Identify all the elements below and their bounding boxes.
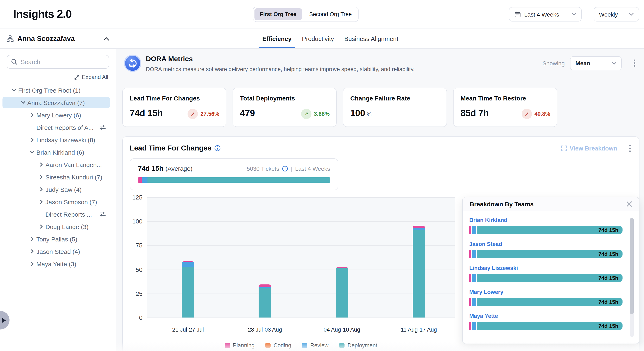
tab-productivity[interactable]: Productivity (302, 29, 334, 48)
legend-item-planning[interactable]: Planning (224, 342, 254, 348)
bar-segment-review (413, 228, 425, 230)
search-input[interactable] (21, 58, 104, 65)
tree-item-lindsay-liszewski-8[interactable]: Lindsay Liszewski (8) (0, 134, 116, 146)
info-icon[interactable] (214, 145, 220, 151)
filter-sliders-icon[interactable] (100, 211, 106, 217)
chevron-right-icon[interactable] (30, 261, 35, 266)
chevron-right-icon[interactable] (39, 199, 44, 204)
chevron-down-icon[interactable] (30, 150, 35, 155)
bar-segment-deployment (259, 288, 271, 317)
chart-legend: PlanningCodingReviewDeployment (147, 342, 455, 348)
bar-segment-planning (469, 274, 471, 282)
tab-efficiency[interactable]: Efficiency (262, 29, 292, 48)
tree-item-maya-yette-3[interactable]: Maya Yette (3) (0, 258, 116, 270)
tree-item-judy-saw-4[interactable]: Judy Saw (4) (0, 183, 116, 196)
sidebar-collapse-handle[interactable] (0, 311, 10, 329)
bar-segment-planning (469, 250, 471, 258)
tree-item-jason-simpson-7[interactable]: Jason Simpson (7) (0, 196, 116, 208)
average-summary-card: 74d 15h (Average) 5030 Tickets | Last 4 … (130, 158, 338, 190)
chevron-right-icon[interactable] (30, 236, 35, 241)
bar-segment-planning (469, 322, 471, 330)
trend-up-arrow-icon: ↗ (301, 109, 311, 119)
tree-item-anna-scozzafava-7[interactable]: Anna Scozzafava (7) (0, 96, 116, 109)
chevron-right-icon[interactable] (30, 137, 35, 142)
stacked-bar[interactable] (182, 261, 194, 317)
bar-segment-planning (469, 226, 471, 234)
tree-item-label: First Org Tree Root (1) (18, 87, 80, 94)
lead-time-menu-button[interactable] (626, 145, 634, 152)
team-phase-bar: 74d 15h (469, 274, 622, 282)
metric-delta-badge: ↗ 27.56% (188, 109, 219, 119)
metric-value: 479 (240, 108, 255, 119)
org-tree-toggle: First Org Tree Second Org Tree (253, 7, 359, 22)
chevron-down-icon[interactable] (12, 88, 16, 93)
tree-item-brian-kirkland-6[interactable]: Brian Kirkland (6) (0, 146, 116, 158)
filter-sliders-icon[interactable] (100, 124, 106, 130)
stacked-bar[interactable] (336, 267, 348, 317)
close-icon[interactable] (627, 201, 632, 207)
tree-item-doug-lange-3[interactable]: Doug Lange (3) (0, 220, 116, 233)
tree-item-tony-pallas-5[interactable]: Tony Pallas (5) (0, 233, 116, 245)
tab-business-alignment[interactable]: Business Alignment (344, 29, 398, 48)
toggle-second-org-tree[interactable]: Second Org Tree (304, 8, 357, 20)
breakdown-row-mary-lowery: Mary Lowery 74d 15h (469, 289, 622, 306)
team-name-link[interactable]: Mary Lowery (469, 289, 622, 295)
legend-item-review[interactable]: Review (302, 342, 328, 348)
expand-all-button[interactable]: Expand All (0, 74, 108, 80)
legend-item-coding[interactable]: Coding (265, 342, 291, 348)
metric-delta-value: 27.56% (200, 111, 219, 117)
expand-all-icon (74, 75, 79, 80)
toggle-divider (302, 9, 303, 20)
bar-segment-review (472, 250, 476, 258)
metric-card-mean-time-to-restore: Mean Time To Restore85d 7h ↗ 40.8% (453, 88, 557, 127)
top-header: Insights 2.0 First Org Tree Second Org T… (0, 0, 644, 29)
breakdown-panel: Breakdown By Teams Brian Kirkland 74d 15… (462, 197, 640, 344)
view-breakdown-button[interactable]: View Breakdown (561, 145, 617, 152)
toggle-first-org-tree[interactable]: First Org Tree (254, 8, 302, 20)
chevron-up-icon[interactable] (104, 37, 109, 40)
tree-item-sireesha-kunduri-7[interactable]: Sireesha Kunduri (7) (0, 171, 116, 183)
tree-item-mary-lowery-6[interactable]: Mary Lowery (6) (0, 109, 116, 121)
bar-segment-review (182, 262, 194, 266)
tree-item-direct-reports-of-a[interactable]: Direct Reports of A... (0, 121, 116, 134)
chevron-right-icon[interactable] (39, 224, 44, 229)
y-axis-tick: 0 (123, 314, 142, 321)
y-axis-tick: 50 (123, 266, 142, 273)
stacked-bar[interactable] (259, 284, 271, 317)
legend-swatch (224, 343, 230, 348)
fullscreen-icon (561, 146, 567, 151)
tab-bar: EfficiencyProductivityBusiness Alignment (116, 29, 644, 49)
chevron-right-icon[interactable] (30, 249, 35, 254)
stacked-bar[interactable] (413, 225, 425, 317)
chevron-right-icon[interactable] (39, 174, 44, 179)
breakdown-scrollbar[interactable] (630, 218, 634, 337)
team-name-link[interactable]: Maya Yette (469, 313, 622, 319)
date-range-dropdown[interactable]: Last 4 Weeks (509, 7, 582, 22)
avg-segment-deployment (148, 177, 330, 183)
granularity-dropdown[interactable]: Weekly (594, 7, 639, 22)
metric-delta-badge: ↗ 40.8% (522, 109, 550, 119)
sidebar-header[interactable]: Anna Scozzafava (0, 29, 116, 49)
team-name-link[interactable]: Lindsay Liszewski (469, 265, 622, 271)
breakdown-row-jason-stead: Jason Stead 74d 15h (469, 241, 622, 258)
team-name-link[interactable]: Brian Kirkland (469, 217, 622, 223)
tree-item-jason-stead-4[interactable]: Jason Stead (4) (0, 245, 116, 258)
y-axis-tick: 25 (123, 290, 142, 297)
aggregation-value: Mean (576, 60, 608, 67)
tree-item-aaron-van-langen[interactable]: Aaron Van Langen... (0, 158, 116, 171)
tree-item-first-org-tree-root-1[interactable]: First Org Tree Root (1) (0, 84, 116, 96)
chevron-right-icon[interactable] (39, 162, 44, 167)
team-name-link[interactable]: Jason Stead (469, 241, 622, 247)
tree-item-direct-reports[interactable]: Direct Reports ... (0, 208, 116, 220)
dora-menu-button[interactable] (631, 60, 638, 67)
chevron-down-icon[interactable] (21, 100, 26, 105)
chevron-right-icon[interactable] (30, 112, 35, 117)
aggregation-dropdown[interactable]: Mean (570, 56, 622, 70)
legend-item-deployment[interactable]: Deployment (339, 342, 377, 348)
legend-swatch (302, 343, 307, 348)
info-icon[interactable] (282, 166, 288, 172)
breakdown-scrollbar-thumb[interactable] (630, 218, 634, 314)
y-axis-tick: 75 (123, 242, 142, 249)
team-value: 74d 15h (598, 323, 618, 329)
chevron-right-icon[interactable] (39, 187, 44, 192)
